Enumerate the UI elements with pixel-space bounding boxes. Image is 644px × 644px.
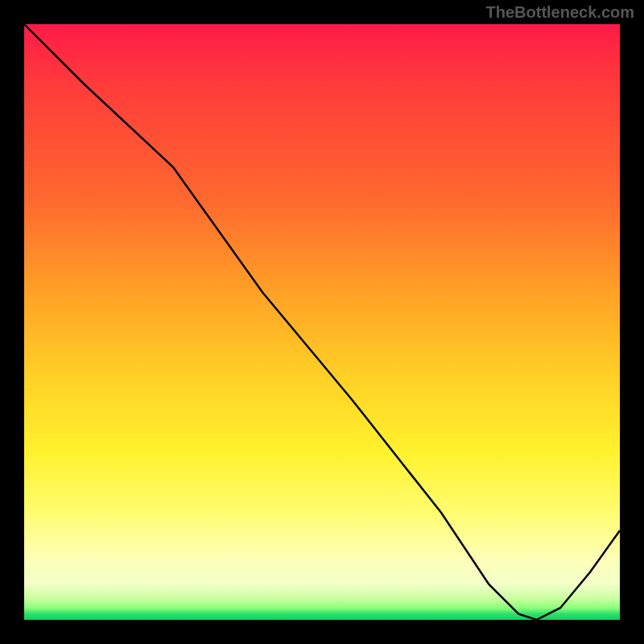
attribution-text: TheBottleneck.com: [486, 3, 634, 22]
chart-container: TheBottleneck.com: [0, 0, 644, 644]
plot-area: [24, 24, 620, 620]
bottleneck-curve-path: [24, 24, 620, 620]
bottleneck-curve-svg: [24, 24, 620, 620]
